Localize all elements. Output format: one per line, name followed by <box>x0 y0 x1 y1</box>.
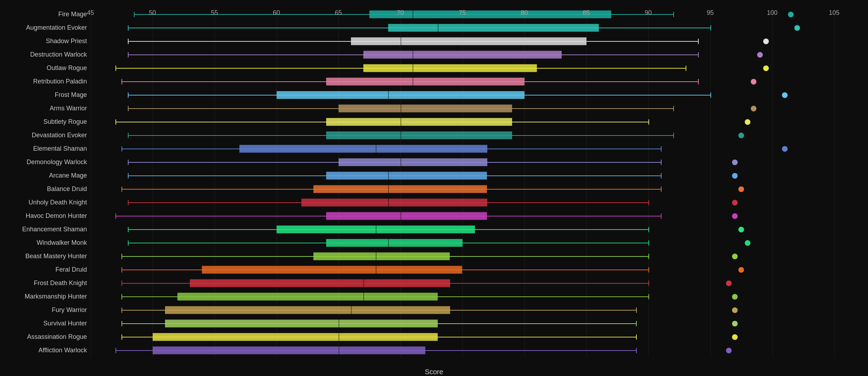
x-tick-label: 80 <box>521 9 528 17</box>
y-label: Feral Druid <box>9 263 91 277</box>
y-label: Augmentation Evoker <box>9 21 91 35</box>
scatter-dot <box>757 52 763 58</box>
scatter-dot <box>732 307 738 313</box>
x-tick-label: 50 <box>149 9 156 17</box>
x-tick-label: 95 <box>707 9 714 17</box>
scatter-dot <box>732 200 738 206</box>
scatter-dot <box>745 119 750 125</box>
y-label: Unholy Death Knight <box>9 196 91 209</box>
scatter-dot <box>732 254 738 259</box>
x-tick-label: 90 <box>645 9 652 17</box>
x-axis: 4550556065707580859095100105 <box>91 8 859 18</box>
x-tick-label: 70 <box>397 9 404 17</box>
scatter-dot <box>726 280 732 286</box>
x-tick-label: 45 <box>87 9 94 17</box>
scatter-dot <box>738 186 744 192</box>
y-label: Arcane Mage <box>9 169 91 183</box>
y-label: Survival Hunter <box>9 317 91 330</box>
x-tick-label: 60 <box>273 9 280 17</box>
y-label: Destruction Warlock <box>9 48 91 62</box>
y-label: Retribution Paladin <box>9 75 91 88</box>
scatter-dots <box>91 8 859 357</box>
y-label: Arms Warrior <box>9 102 91 115</box>
scatter-dot <box>726 348 732 353</box>
scatter-dot <box>794 25 800 31</box>
y-label: Enhancement Shaman <box>9 223 91 236</box>
y-label: Fire Mage <box>9 8 91 21</box>
y-label: Frost Death Knight <box>9 277 91 290</box>
scatter-dot <box>738 267 744 273</box>
y-label: Devastation Evoker <box>9 129 91 142</box>
scatter-dot <box>732 294 738 300</box>
scatter-dot <box>738 227 744 232</box>
scatter-dot <box>738 133 744 138</box>
y-label: Beast Mastery Hunter <box>9 250 91 263</box>
y-label: Marksmanship Hunter <box>9 290 91 303</box>
scatter-dot <box>732 173 738 179</box>
x-axis-title: Score <box>9 368 859 376</box>
plot-area: 4550556065707580859095100105 <box>91 4 859 368</box>
chart-container: Fire MageAugmentation EvokerShadow Pries… <box>9 4 859 372</box>
x-tick-label: 85 <box>583 9 590 17</box>
scatter-dot <box>763 65 769 71</box>
y-label: Subtlety Rogue <box>9 115 91 129</box>
x-tick-label: 65 <box>335 9 342 17</box>
y-label: Balance Druid <box>9 183 91 196</box>
y-label: Demonology Warlock <box>9 156 91 169</box>
y-label: Elemental Shaman <box>9 142 91 156</box>
scatter-dot <box>732 160 738 165</box>
x-tick-label: 105 <box>829 9 839 17</box>
y-label: Outlaw Rogue <box>9 62 91 75</box>
y-label: Affliction Warlock <box>9 344 91 357</box>
x-tick-label: 100 <box>767 9 777 17</box>
x-tick-label: 75 <box>459 9 466 17</box>
scatter-dot <box>751 79 756 85</box>
y-label: Assassination Rogue <box>9 330 91 344</box>
y-axis-labels: Fire MageAugmentation EvokerShadow Pries… <box>9 4 91 368</box>
y-label: Havoc Demon Hunter <box>9 209 91 223</box>
scatter-dot <box>732 213 738 219</box>
scatter-dot <box>751 106 756 111</box>
scatter-dot <box>782 92 788 98</box>
scatter-dot <box>732 321 738 326</box>
y-label: Shadow Priest <box>9 35 91 48</box>
scatter-dot <box>763 39 769 44</box>
scatter-dot <box>745 240 750 246</box>
chart-area: Fire MageAugmentation EvokerShadow Pries… <box>9 4 859 368</box>
scatter-dot <box>732 334 738 340</box>
x-tick-label: 55 <box>211 9 218 17</box>
y-label: Windwalker Monk <box>9 236 91 250</box>
scatter-dot <box>782 146 788 152</box>
y-label: Fury Warrior <box>9 303 91 317</box>
y-label: Frost Mage <box>9 88 91 102</box>
